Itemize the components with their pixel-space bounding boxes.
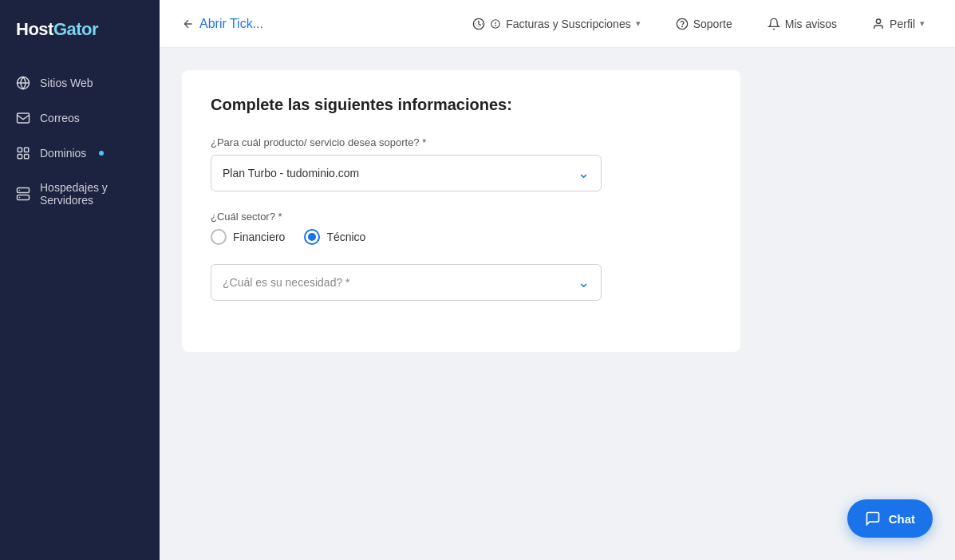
- svg-point-16: [876, 19, 880, 23]
- need-group: ¿Cuál es su necesidad? * ⌄: [211, 264, 712, 301]
- sidebar-nav: Sitios Web Correos Dominios: [0, 59, 160, 223]
- svg-rect-1: [18, 113, 30, 123]
- main-area: Abrir Tick... Facturas y Suscripciones ▾: [160, 0, 955, 560]
- content-area: Complete las siguientes informaciones: ¿…: [160, 48, 955, 560]
- radio-group: Financiero Técnico: [211, 229, 712, 245]
- sidebar-item-sitios-web[interactable]: Sitios Web: [0, 65, 160, 101]
- nav-facturas[interactable]: Facturas y Suscripciones ▾: [464, 11, 648, 37]
- header: Abrir Tick... Facturas y Suscripciones ▾: [160, 0, 955, 48]
- server-icon: [16, 187, 30, 201]
- facturas-label: Facturas y Suscripciones: [506, 18, 630, 30]
- nav-perfil[interactable]: Perfil ▾: [864, 11, 933, 37]
- radio-outer-financiero: [211, 229, 227, 245]
- radio-financiero[interactable]: Financiero: [211, 229, 285, 245]
- radio-label-tecnico: Técnico: [326, 231, 365, 243]
- back-button[interactable]: Abrir Tick...: [182, 17, 263, 31]
- chevron-down-icon: ⌄: [578, 164, 590, 182]
- sidebar-item-label: Dominios: [40, 147, 86, 160]
- sidebar: HostGator Sitios Web Correos: [0, 0, 160, 560]
- nav-soporte[interactable]: Soporte: [668, 11, 740, 37]
- svg-rect-2: [18, 148, 22, 152]
- product-select[interactable]: Plan Turbo - tudominio.com ⌄: [211, 155, 602, 191]
- chevron-down-icon: ▾: [920, 18, 925, 29]
- svg-rect-4: [18, 155, 22, 159]
- mail-icon: [16, 111, 30, 125]
- product-group: ¿Para cuál producto/ servicio desea sopo…: [211, 136, 712, 191]
- svg-point-8: [19, 190, 21, 191]
- chat-label: Chat: [889, 512, 915, 526]
- sidebar-item-label: Correos: [40, 112, 80, 124]
- soporte-label: Soporte: [693, 18, 732, 30]
- radio-outer-tecnico: [304, 229, 320, 245]
- chevron-down-icon: ⌄: [578, 274, 590, 291]
- nav-avisos[interactable]: Mis avisos: [760, 11, 845, 37]
- header-title: Abrir Tick...: [199, 17, 263, 31]
- chat-button[interactable]: Chat: [847, 499, 933, 538]
- grid-icon: [16, 146, 30, 160]
- radio-label-financiero: Financiero: [233, 231, 285, 243]
- chevron-down-icon: ▾: [636, 18, 641, 29]
- svg-rect-5: [25, 155, 29, 159]
- sidebar-item-label: Hospedajes y Servidores: [40, 181, 144, 207]
- form-title: Complete las siguientes informaciones:: [211, 96, 712, 114]
- radio-inner-tecnico: [308, 233, 316, 241]
- perfil-label: Perfil: [890, 18, 915, 30]
- need-placeholder: ¿Cuál es su necesidad? *: [223, 276, 350, 289]
- svg-point-9: [19, 197, 21, 199]
- sidebar-item-hospedajes[interactable]: Hospedajes y Servidores: [0, 171, 160, 217]
- product-value: Plan Turbo - tudominio.com: [223, 167, 359, 179]
- radio-tecnico[interactable]: Técnico: [304, 229, 365, 245]
- sector-label: ¿Cuál sector? *: [211, 211, 712, 223]
- sidebar-item-dominios[interactable]: Dominios: [0, 136, 160, 171]
- need-select[interactable]: ¿Cuál es su necesidad? * ⌄: [211, 264, 602, 301]
- sidebar-item-label: Sitios Web: [40, 77, 93, 89]
- notification-dot: [99, 151, 104, 156]
- logo: HostGator: [0, 0, 160, 59]
- product-label: ¿Para cuál producto/ servicio desea sopo…: [211, 136, 712, 148]
- globe-icon: [16, 76, 30, 90]
- avisos-label: Mis avisos: [785, 18, 837, 30]
- form-card: Complete las siguientes informaciones: ¿…: [182, 70, 740, 352]
- sidebar-item-correos[interactable]: Correos: [0, 101, 160, 136]
- svg-rect-3: [25, 148, 29, 152]
- sector-group: ¿Cuál sector? * Financiero Técnico: [211, 211, 712, 245]
